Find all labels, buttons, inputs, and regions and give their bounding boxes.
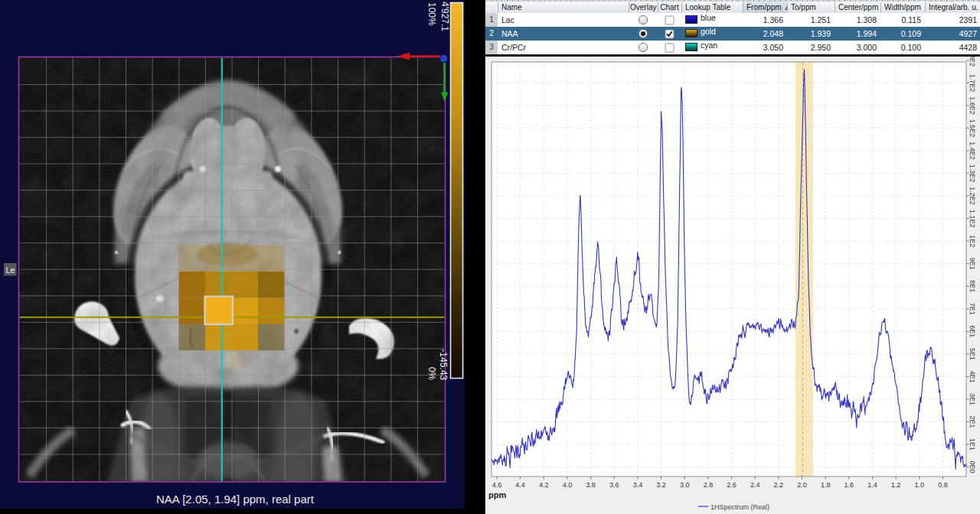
svg-text:NAA [2.05, 1.94] ppm, real par: NAA [2.05, 1.94] ppm, real part bbox=[156, 493, 315, 506]
svg-text:Le: Le bbox=[6, 265, 15, 275]
svg-text:0.8: 0.8 bbox=[938, 481, 948, 489]
svg-text:3.8: 3.8 bbox=[586, 481, 596, 489]
svg-text:4.0: 4.0 bbox=[563, 481, 573, 489]
svg-text:0%: 0% bbox=[426, 367, 437, 381]
svg-text:1HSpectrum (Real): 1HSpectrum (Real) bbox=[710, 503, 769, 511]
svg-text:2.0: 2.0 bbox=[797, 481, 807, 489]
svg-text:4.6: 4.6 bbox=[492, 481, 502, 489]
svg-text:2.2: 2.2 bbox=[774, 481, 784, 489]
svg-text:0E0: 0E0 bbox=[969, 460, 976, 473]
svg-text:2.6: 2.6 bbox=[727, 481, 737, 489]
svg-text:2.4: 2.4 bbox=[750, 481, 760, 489]
svg-text:6E1: 6E1 bbox=[969, 325, 976, 337]
svg-text:9E1: 9E1 bbox=[969, 258, 976, 270]
svg-text:3.2: 3.2 bbox=[656, 481, 666, 489]
svg-text:1.1E2: 1.1E2 bbox=[969, 210, 976, 228]
svg-text:3.6: 3.6 bbox=[609, 481, 619, 489]
svg-text:3.0: 3.0 bbox=[680, 481, 690, 489]
svg-text:4E1: 4E1 bbox=[969, 370, 976, 382]
svg-text:8E2: 8E2 bbox=[969, 56, 976, 67]
svg-text:ppm: ppm bbox=[488, 490, 506, 499]
svg-text:1E2: 1E2 bbox=[969, 235, 976, 247]
svg-text:1.7E2: 1.7E2 bbox=[969, 74, 976, 93]
svg-text:5E1: 5E1 bbox=[969, 348, 976, 360]
svg-text:4'927.1: 4'927.1 bbox=[439, 2, 450, 31]
svg-text:1.5E2: 1.5E2 bbox=[969, 119, 976, 138]
svg-text:1.6E2: 1.6E2 bbox=[969, 96, 976, 115]
svg-text:2.8: 2.8 bbox=[704, 481, 714, 489]
svg-text:1.8: 1.8 bbox=[821, 481, 831, 489]
svg-text:8E1: 8E1 bbox=[969, 280, 976, 292]
svg-text:1.4: 1.4 bbox=[867, 481, 877, 489]
svg-text:1.0: 1.0 bbox=[915, 481, 925, 489]
svg-text:1.2E2: 1.2E2 bbox=[969, 187, 976, 205]
svg-text:1.3E2: 1.3E2 bbox=[969, 164, 976, 183]
svg-text:1.2: 1.2 bbox=[891, 481, 901, 489]
svg-text:100%: 100% bbox=[426, 2, 437, 26]
svg-text:2E1: 2E1 bbox=[969, 415, 976, 428]
svg-text:-145.43: -145.43 bbox=[438, 349, 449, 380]
svg-text:3E1: 3E1 bbox=[969, 393, 976, 405]
svg-text:4.2: 4.2 bbox=[539, 481, 549, 489]
svg-text:1.4E2: 1.4E2 bbox=[969, 142, 976, 160]
svg-text:3.4: 3.4 bbox=[633, 481, 643, 489]
svg-text:1E1: 1E1 bbox=[969, 438, 976, 451]
svg-text:4.4: 4.4 bbox=[515, 481, 525, 489]
svg-text:1.6: 1.6 bbox=[844, 481, 854, 489]
svg-text:7E1: 7E1 bbox=[969, 303, 976, 315]
